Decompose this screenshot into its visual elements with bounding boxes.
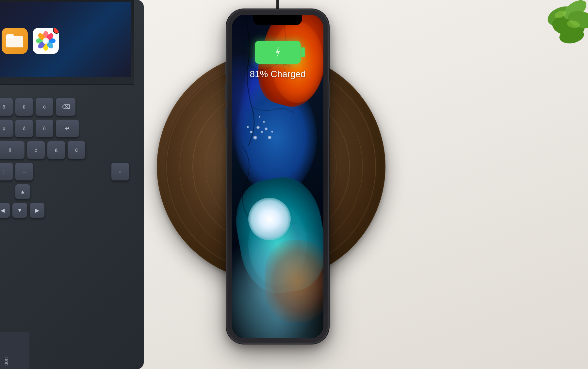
key-o-double-acute[interactable]: ő <box>15 120 33 137</box>
keyboard-keys: ö ü ó ⌫ p ő ú ↵ ⇧ é á ű : – <box>0 92 134 228</box>
key-enter[interactable]: ↵ <box>56 120 79 137</box>
folder-icon <box>6 34 23 47</box>
partial-text: tion <box>3 357 9 366</box>
iphone-notch <box>253 15 302 25</box>
key-colon[interactable]: : <box>0 163 13 180</box>
nav-arrow-row: ▲ <box>0 184 129 199</box>
main-scene: ö ü ó ⌫ p ő ú ↵ ⇧ é á ű : – <box>0 0 588 369</box>
key-u-acute[interactable]: ú <box>36 120 53 137</box>
svg-point-16 <box>42 38 49 44</box>
nav-arrow-row-2: ◀ ▼ ▶ <box>0 203 129 218</box>
bottom-left-label: tion <box>0 332 29 369</box>
photos-app-icon[interactable] <box>33 28 59 54</box>
key-p[interactable]: p <box>0 120 13 137</box>
keyboard-assembly: ö ü ó ⌫ p ő ú ↵ ⇧ é á ű : – <box>0 0 144 369</box>
plant-decoration <box>490 0 588 65</box>
key-e-acute[interactable]: é <box>27 141 45 159</box>
key-shift[interactable]: ⇧ <box>0 141 24 159</box>
key-row-1: ö ü ó ⌫ <box>0 98 129 116</box>
key-o-acute[interactable]: ó <box>36 98 53 116</box>
iphone-container: 81% Charged <box>216 10 340 360</box>
iphone-screen: 81% Charged <box>232 15 323 338</box>
tablet-top <box>0 0 134 85</box>
files-app-icon[interactable] <box>2 28 28 54</box>
key-arrow-down[interactable]: ▼ <box>12 203 27 218</box>
tablet-screen <box>0 2 131 77</box>
key-row-2: p ő ú ↵ <box>0 120 129 137</box>
key-row-3: ⇧ é á ű <box>0 141 129 159</box>
key-backspace[interactable]: ⌫ <box>56 98 75 116</box>
battery-percentage-text: 81% Charged <box>250 69 305 79</box>
key-a-acute[interactable]: á <box>47 141 65 159</box>
iphone-volume-down[interactable] <box>225 108 227 127</box>
key-u-umlaut[interactable]: ü <box>15 98 33 116</box>
key-dash[interactable]: – <box>15 163 33 180</box>
key-arrow-right[interactable]: ▶ <box>30 203 44 218</box>
iphone-body: 81% Charged <box>227 10 328 343</box>
key-arrow-up[interactable]: ▲ <box>15 184 30 199</box>
key-home[interactable]: ⌂ <box>111 163 129 180</box>
key-row-4: : – ⌂ <box>0 163 129 180</box>
svg-marker-24 <box>275 46 280 59</box>
battery-tip <box>301 47 305 57</box>
key-u-double-acute[interactable]: ű <box>68 141 85 159</box>
battery-indicator: 81% Charged <box>250 41 305 79</box>
iphone-side-button-right[interactable] <box>328 82 330 108</box>
iphone-volume-up[interactable] <box>225 82 227 101</box>
iphone-silent-switch[interactable] <box>225 62 227 75</box>
key-o-umlaut[interactable]: ö <box>0 98 13 116</box>
key-arrow-left[interactable]: ◀ <box>0 203 10 218</box>
battery-icon <box>255 41 301 64</box>
